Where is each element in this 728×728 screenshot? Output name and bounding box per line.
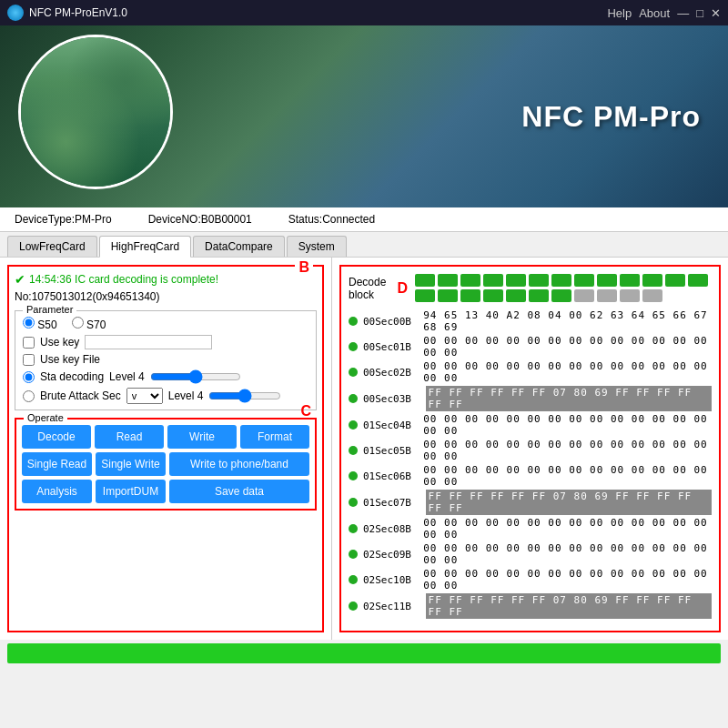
data-rows-container: 00Sec00B94 65 13 40 A2 08 04 00 62 63 64… <box>349 309 712 619</box>
row-label-5: 01Sec05B <box>363 445 418 457</box>
row-dot-11 <box>349 602 358 611</box>
block-indicator-5 <box>529 274 549 287</box>
hex-data-5: 00 00 00 00 00 00 00 00 00 00 00 00 00 0… <box>423 439 712 462</box>
tab-system[interactable]: System <box>287 236 347 257</box>
usekeyfile-checkbox[interactable] <box>23 354 35 366</box>
usekey-label: Use key <box>40 336 79 349</box>
close-button[interactable]: ✕ <box>711 6 721 20</box>
data-row-4: 01Sec04B00 00 00 00 00 00 00 00 00 00 00… <box>349 413 712 437</box>
brute-radio[interactable] <box>23 390 35 402</box>
about-menu[interactable]: About <box>639 6 670 20</box>
brute-level-slider[interactable] <box>208 389 281 403</box>
s70-label: S70 <box>86 318 106 331</box>
decode-status: ✔ 14:54:36 IC card decoding is complete! <box>15 272 317 287</box>
block-indicator-21 <box>597 289 617 302</box>
radio-row: S50 S70 <box>23 317 308 331</box>
device-info-bar: DeviceType:PM-Pro DeviceNO:B0B00001 Stat… <box>0 207 728 232</box>
row-label-2: 00Sec02B <box>363 367 418 379</box>
data-row-0: 00Sec00B94 65 13 40 A2 08 04 00 62 63 64… <box>349 309 712 333</box>
write-button[interactable]: Write <box>167 425 237 449</box>
row-dot-5 <box>349 446 358 455</box>
block-indicator-18 <box>529 289 549 302</box>
header-circle-inner <box>21 37 170 187</box>
app-title: NFC PM-ProEnV1.0 <box>29 6 127 19</box>
block-indicator-8 <box>597 274 617 287</box>
title-bar-left: NFC PM-ProEnV1.0 <box>7 5 127 21</box>
block-indicator-7 <box>574 274 594 287</box>
header-banner: NFC PM-Pro <box>0 25 728 207</box>
data-row-5: 01Sec05B00 00 00 00 00 00 00 00 00 00 00… <box>349 439 712 462</box>
brute-label: Brute Attack Sec <box>40 389 121 402</box>
usekeyfile-label: Use key File <box>40 353 100 366</box>
maximize-button[interactable]: □ <box>696 6 703 20</box>
row-label-3: 00Sec03B <box>363 393 420 405</box>
analysis-button[interactable]: Analysis <box>22 480 92 503</box>
block-indicator-0 <box>415 274 435 287</box>
data-row-7: 01Sec07BFF FF FF FF FF FF 07 80 69 FF FF… <box>349 490 712 515</box>
save-data-button[interactable]: Save data <box>169 480 309 503</box>
block-indicator-12 <box>688 274 708 287</box>
import-dum-button[interactable]: ImportDUM <box>96 480 166 503</box>
data-row-10: 02Sec10B00 00 00 00 00 00 00 00 00 00 00… <box>349 568 712 592</box>
operate-legend: Operate <box>24 412 67 423</box>
window-controls: Help About — □ ✕ <box>607 6 721 20</box>
block-indicators <box>415 274 712 302</box>
write-to-phone-button[interactable]: Write to phone/band <box>169 452 309 476</box>
s70-radio[interactable] <box>72 317 84 329</box>
block-indicator-13 <box>415 289 435 302</box>
hex-data-9: 00 00 00 00 00 00 00 00 00 00 00 00 00 0… <box>423 542 712 566</box>
hex-data-7: FF FF FF FF FF FF 07 80 69 FF FF FF FF F… <box>426 490 712 515</box>
block-indicator-2 <box>460 274 480 287</box>
decode-button[interactable]: Decode <box>22 425 91 449</box>
row-dot-2 <box>349 368 358 377</box>
s50-label: S50 <box>37 318 56 331</box>
left-panel: B ✔ 14:54:36 IC card decoding is complet… <box>0 258 332 640</box>
hex-data-4: 00 00 00 00 00 00 00 00 00 00 00 00 00 0… <box>423 413 712 437</box>
block-indicator-11 <box>665 274 685 287</box>
usekey-row: Use key <box>23 335 308 349</box>
block-indicator-16 <box>483 289 503 302</box>
data-row-8: 02Sec08B00 00 00 00 00 00 00 00 00 00 00… <box>349 517 712 541</box>
help-menu[interactable]: Help <box>607 6 632 20</box>
btn-row-1: Decode Read Write Format <box>22 425 309 449</box>
single-write-button[interactable]: Single Write <box>96 452 166 476</box>
block-indicator-19 <box>551 289 571 302</box>
hex-data-11: FF FF FF FF FF FF 07 80 69 FF FF FF FF F… <box>426 593 712 619</box>
brute-level-label: Level 4 <box>168 389 204 402</box>
tab-datacompare[interactable]: DataCompare <box>193 236 285 257</box>
usekeyfile-row: Use key File <box>23 353 308 366</box>
row-dot-8 <box>349 524 358 533</box>
bottom-progress-bar <box>7 643 721 663</box>
block-indicator-3 <box>483 274 503 287</box>
hex-data-1: 00 00 00 00 00 00 00 00 00 00 00 00 00 0… <box>423 335 712 359</box>
btn-row-3: Analysis ImportDUM Save data <box>22 480 309 503</box>
row-dot-9 <box>349 550 358 559</box>
tabs-bar: LowFreqCard HighFreqCard DataCompare Sys… <box>0 232 728 258</box>
brute-select[interactable]: v <box>126 388 163 404</box>
hex-data-8: 00 00 00 00 00 00 00 00 00 00 00 00 00 0… <box>423 517 712 541</box>
s50-radio-label[interactable]: S50 <box>23 317 57 331</box>
tab-highfreq[interactable]: HighFreqCard <box>99 236 191 258</box>
format-button[interactable]: Format <box>240 425 309 449</box>
block-indicator-14 <box>438 289 458 302</box>
single-read-button[interactable]: Single Read <box>22 452 92 476</box>
operate-outer: Operate C Decode Read Write Format Singl… <box>15 418 317 511</box>
b-label: B <box>295 259 313 276</box>
data-row-1: 00Sec01B00 00 00 00 00 00 00 00 00 00 00… <box>349 335 712 359</box>
minimize-button[interactable]: — <box>677 6 689 20</box>
usekey-checkbox[interactable] <box>23 337 35 349</box>
tab-lowfreq[interactable]: LowFreqCard <box>7 236 97 257</box>
read-button[interactable]: Read <box>95 425 164 449</box>
key-input[interactable] <box>85 335 212 349</box>
row-dot-3 <box>349 394 358 403</box>
hex-data-2: 00 00 00 00 00 00 00 00 00 00 00 00 00 0… <box>423 360 712 384</box>
data-row-2: 00Sec02B00 00 00 00 00 00 00 00 00 00 00… <box>349 360 712 384</box>
stadecoding-row: Sta decoding Level 4 <box>23 369 308 384</box>
parameter-box: Parameter S50 S70 Use key <box>15 310 317 410</box>
block-indicator-4 <box>506 274 526 287</box>
left-inner-border: B ✔ 14:54:36 IC card decoding is complet… <box>7 265 324 632</box>
level-slider[interactable] <box>150 369 241 384</box>
stadecoding-radio[interactable] <box>23 371 35 383</box>
s70-radio-label[interactable]: S70 <box>72 317 106 331</box>
s50-radio[interactable] <box>23 317 35 329</box>
